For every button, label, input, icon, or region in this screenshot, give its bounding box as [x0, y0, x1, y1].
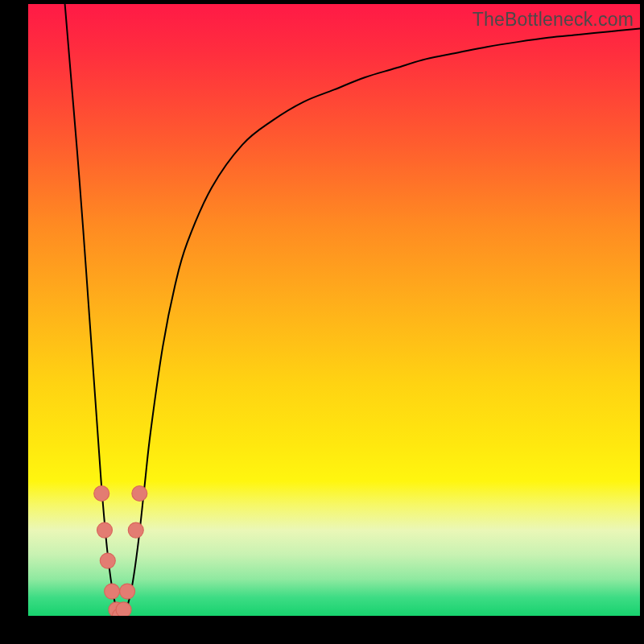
chart-frame: TheBottleneck.com — [0, 0, 644, 644]
marker-dot — [116, 602, 131, 616]
marker-dot — [132, 486, 147, 502]
curve-path — [65, 4, 640, 616]
marker-dot — [128, 522, 143, 538]
curve-markers — [94, 486, 147, 617]
bottleneck-curve — [28, 4, 640, 616]
marker-dot — [120, 584, 135, 599]
marker-dot — [100, 553, 115, 568]
plot-area: TheBottleneck.com — [28, 4, 640, 616]
marker-dot — [105, 584, 120, 599]
marker-dot — [97, 522, 113, 538]
marker-dot — [94, 486, 109, 502]
